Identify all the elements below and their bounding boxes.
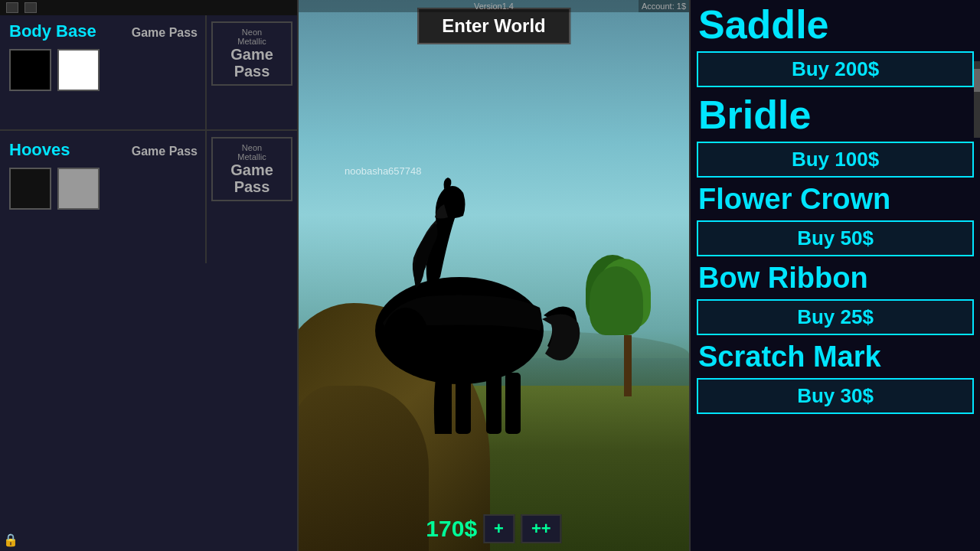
currency-amount: 170$ [426, 516, 477, 542]
body-base-swatches [0, 44, 109, 99]
lock-icon: 🔒 [3, 533, 17, 548]
version-text: Version1.4 [299, 0, 689, 12]
top-bar [0, 0, 297, 15]
hooves-neon-label: Neon [217, 143, 286, 152]
body-gamepass-main: Game Pass [217, 46, 286, 80]
flower-crown-name: Flower Crown [698, 184, 972, 216]
tree [612, 289, 643, 396]
enter-world-button[interactable]: Enter World [417, 8, 570, 44]
hooves-header: Hooves [0, 134, 79, 163]
scratch-mark-buy-button[interactable]: Buy 30$ [697, 378, 974, 414]
shop-item-scratch-mark: Scratch Mark [691, 338, 980, 375]
scrollbar[interactable] [974, 61, 980, 138]
scratch-mark-name: Scratch Mark [698, 341, 972, 373]
saddle-buy-button[interactable]: Buy 200$ [697, 51, 974, 87]
horse-svg [337, 178, 582, 438]
tree-trunk [624, 335, 632, 396]
hooves-metallic-label: Metallic [217, 152, 286, 161]
swatch-light[interactable] [57, 168, 100, 210]
account-text: Account: 1$ [639, 0, 689, 12]
saddle-name: Saddle [698, 3, 972, 47]
hooves-gamepass-box[interactable]: Neon Metallic Game Pass [211, 137, 292, 201]
window-btn[interactable] [24, 2, 37, 13]
horse-silhouette-container [337, 178, 582, 441]
shop-item-bridle: Bridle [691, 90, 980, 139]
hooves-gamepass-main: Game Pass [217, 161, 286, 195]
body-metallic-label: Metallic [217, 37, 286, 46]
body-base-header: Body Base [0, 15, 106, 44]
bridle-name: Bridle [698, 93, 972, 137]
right-shop-panel: Saddle Buy 200$ Bridle Buy 100$ Flower C… [689, 0, 980, 551]
game-background: noobasha657748 Enter World 170$ + ++ [299, 0, 689, 551]
flower-crown-buy-button[interactable]: Buy 50$ [697, 220, 974, 256]
hooves-swatches [0, 163, 109, 217]
tree-leaves [590, 266, 643, 335]
svg-rect-2 [456, 373, 471, 434]
swatch-white[interactable] [57, 49, 100, 91]
currency-plus-plus-button[interactable]: ++ [521, 514, 562, 543]
svg-point-5 [383, 308, 429, 369]
username-label: noobasha657748 [345, 165, 422, 177]
currency-bar: 170$ + ++ [426, 514, 561, 543]
swatch-dark[interactable] [9, 168, 51, 210]
body-neon-label: Neon [217, 28, 286, 37]
shop-item-saddle: Saddle [691, 0, 980, 48]
currency-plus-button[interactable]: + [483, 514, 514, 543]
left-panel: Body Base Game Pass Neon Metallic Game P… [0, 0, 299, 551]
svg-rect-3 [486, 373, 501, 434]
swatch-black[interactable] [9, 49, 51, 91]
shop-item-bow-ribbon: Bow Ribbon [691, 259, 980, 296]
game-viewport: noobasha657748 Enter World 170$ + ++ [299, 0, 689, 551]
bow-ribbon-name: Bow Ribbon [698, 262, 972, 295]
svg-rect-4 [505, 373, 521, 434]
bridle-buy-button[interactable]: Buy 100$ [697, 142, 974, 178]
scroll-thumb[interactable] [974, 69, 980, 92]
body-gamepass-box[interactable]: Neon Metallic Game Pass [211, 21, 292, 86]
bow-ribbon-buy-button[interactable]: Buy 25$ [697, 299, 974, 335]
minimize-btn[interactable] [6, 2, 18, 13]
shop-item-flower-crown: Flower Crown [691, 181, 980, 217]
